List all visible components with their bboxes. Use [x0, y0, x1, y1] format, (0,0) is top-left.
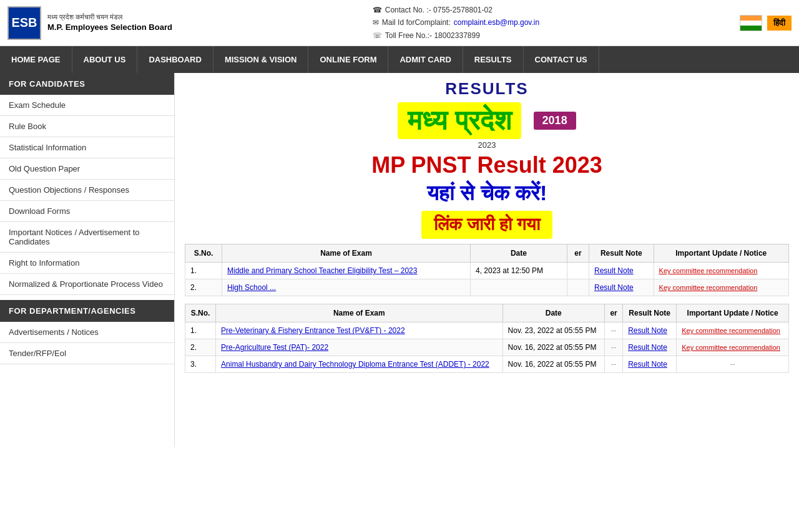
sidebar-item-tender[interactable]: Tender/RFP/EoI — [0, 343, 174, 364]
logo-area: ESB मध्य प्रदेश कर्मचारी चयन मंडल M.P. E… — [7, 6, 172, 40]
main-layout: FOR CANDIDATES Exam Schedule Rule Book S… — [0, 73, 799, 447]
nav-contact[interactable]: CONTACT US — [524, 46, 599, 73]
promo-hindi-text: मध्य प्रदेश — [408, 105, 511, 135]
cell-notice: -- — [677, 356, 789, 373]
col-exam-name: Name of Exam — [216, 304, 503, 322]
sidebar-item-important-notices[interactable]: Important Notices / Advertisement to Can… — [0, 222, 174, 253]
nav-admit-card[interactable]: ADMIT CARD — [388, 46, 463, 73]
nav-about[interactable]: ABOUT US — [72, 46, 138, 73]
nav-bar: HOME PAGE ABOUT US DASHBOARD MISSION & V… — [0, 46, 799, 73]
cell-exam-name: Pre-Agriculture Test (PAT)- 2022 — [216, 339, 503, 356]
cell-result-note: Result Note — [623, 322, 677, 339]
sidebar-section-candidates: FOR CANDIDATES — [0, 73, 174, 95]
nav-dashboard[interactable]: DASHBOARD — [137, 46, 213, 73]
esb-abbr: ESB — [11, 16, 37, 30]
page-title: RESULTS — [185, 79, 789, 99]
nav-results[interactable]: RESULTS — [463, 46, 524, 73]
col-sno: S.No. — [185, 304, 216, 322]
key-committee-link[interactable]: Key committee recommendation — [682, 327, 780, 334]
col-exam-name: Name of Exam — [222, 244, 471, 263]
toll-icon — [373, 29, 382, 42]
table-row: 2. Pre-Agriculture Test (PAT)- 2022 Nov.… — [185, 339, 789, 356]
key-committee-link[interactable]: Key committee recommendation — [659, 284, 758, 291]
promo-hindi-box: मध्य प्रदेश — [398, 102, 521, 139]
cell-date: 4, 2023 at 12:50 PM — [471, 263, 567, 279]
cell-sno: 1. — [185, 263, 222, 279]
cell-sno: 3. — [185, 356, 216, 373]
result-note-link[interactable]: Result Note — [628, 360, 667, 369]
key-committee-link[interactable]: Key committee recommendation — [682, 344, 780, 351]
nav-online-form[interactable]: ONLINE FORM — [308, 46, 388, 73]
exam-link[interactable]: Animal Husbandry and Dairy Technology Di… — [221, 360, 489, 369]
cell-result-note: Result Note — [589, 279, 654, 296]
esb-logo-box: ESB — [7, 6, 41, 40]
cell-notice: Key committee recommendation — [654, 279, 788, 296]
cell-er: -- — [605, 339, 623, 356]
sidebar-section-dept: FOR DEPARTMENT/AGENCIES — [0, 300, 174, 322]
hindi-button[interactable]: हिंदी — [767, 16, 792, 31]
result-note-link[interactable]: Result Note — [628, 326, 667, 335]
result-note-link[interactable]: Result Note — [594, 283, 634, 292]
logo-org-english: M.P. Employees Selection Board — [47, 22, 172, 32]
col-date: Date — [471, 244, 567, 263]
phone-icon — [373, 4, 382, 16]
cell-sno: 2. — [185, 279, 222, 296]
flag-icon — [740, 15, 762, 31]
nav-home[interactable]: HOME PAGE — [0, 46, 72, 73]
results-table-2023: S.No. Name of Exam Date er Result Note I… — [185, 244, 789, 296]
sidebar-item-rule-book[interactable]: Rule Book — [0, 116, 174, 137]
cell-date: Nov. 16, 2022 at 05:55 PM — [502, 356, 604, 373]
contact-no: Contact No. :- 0755-2578801-02 — [373, 4, 539, 16]
key-committee-link[interactable]: Key committee recommendation — [659, 267, 758, 274]
col-notice: Important Update / Notice — [677, 304, 789, 322]
sidebar-item-download-forms[interactable]: Download Forms — [0, 201, 174, 222]
sidebar-item-rti[interactable]: Right to Information — [0, 253, 174, 274]
promo-overlay: मध्य प्रदेश 2018 2023 MP PNST Result 202… — [185, 102, 789, 239]
sidebar-item-question-obj[interactable]: Question Objections / Responses — [0, 180, 174, 201]
nav-mission[interactable]: MISSION & VISION — [213, 46, 309, 73]
toll-free: Toll Free No.:- 18002337899 — [373, 29, 539, 42]
cell-exam-name: High School ... — [222, 279, 471, 296]
table-row: 2. High School ... Result Note Key commi… — [185, 279, 789, 296]
exam-link[interactable]: Pre-Agriculture Test (PAT)- 2022 — [221, 343, 328, 352]
cell-exam-name: Animal Husbandry and Dairy Technology Di… — [216, 356, 503, 373]
table-row: 3. Animal Husbandry and Dairy Technology… — [185, 356, 789, 373]
cell-sno: 1. — [185, 322, 216, 339]
promo-check-text: यहां से चेक करें! — [185, 181, 789, 206]
result-note-link[interactable]: Result Note — [594, 266, 634, 275]
promo-english-text: MP PNST Result 2023 — [185, 152, 789, 178]
cell-er — [567, 263, 589, 279]
result-note-link[interactable]: Result Note — [628, 343, 667, 352]
contact-info: Contact No. :- 0755-2578801-02 Mail Id f… — [373, 4, 539, 42]
cell-date — [471, 279, 567, 296]
sidebar: FOR CANDIDATES Exam Schedule Rule Book S… — [0, 73, 175, 447]
col-notice: Important Update / Notice — [654, 244, 788, 263]
col-result-note: Result Note — [623, 304, 677, 322]
cell-er: -- — [605, 322, 623, 339]
sidebar-item-old-question[interactable]: Old Question Paper — [0, 158, 174, 180]
exam-link[interactable]: Middle and Primary School Teacher Eligib… — [227, 266, 417, 275]
table-row: 1. Pre-Veterinary & Fishery Entrance Tes… — [185, 322, 789, 339]
top-bar: ESB मध्य प्रदेश कर्मचारी चयन मंडल M.P. E… — [0, 0, 799, 46]
col-result-note: Result Note — [589, 244, 654, 263]
exam-link[interactable]: Pre-Veterinary & Fishery Entrance Test (… — [221, 326, 405, 335]
sidebar-item-exam-schedule[interactable]: Exam Schedule — [0, 95, 174, 116]
col-date: Date — [502, 304, 604, 322]
top-bar-right: हिंदी — [740, 15, 792, 31]
col-sno: S.No. — [185, 244, 222, 263]
sidebar-item-advertisements[interactable]: Advertisements / Notices — [0, 322, 174, 343]
cell-result-note: Result Note — [589, 263, 654, 279]
cell-exam-name: Pre-Veterinary & Fishery Entrance Test (… — [216, 322, 503, 339]
results-table-2022: S.No. Name of Exam Date er Result Note I… — [185, 304, 789, 373]
exam-link[interactable]: High School ... — [227, 283, 276, 292]
logo-org-hindi: मध्य प्रदेश कर्मचारी चयन मंडल — [47, 12, 172, 22]
promo-year-badge: 2018 — [534, 112, 576, 130]
sidebar-item-statistical[interactable]: Statistical Information — [0, 137, 174, 158]
cell-exam-name: Middle and Primary School Teacher Eligib… — [222, 263, 471, 279]
cell-notice: Key committee recommendation — [677, 322, 789, 339]
sidebar-item-normalized[interactable]: Normalized & Proportionate Process Video — [0, 274, 174, 295]
mail-icon — [373, 16, 379, 29]
table-row: 1. Middle and Primary School Teacher Eli… — [185, 263, 789, 279]
cell-result-note: Result Note — [623, 356, 677, 373]
logo-text: मध्य प्रदेश कर्मचारी चयन मंडल M.P. Emplo… — [47, 12, 172, 34]
